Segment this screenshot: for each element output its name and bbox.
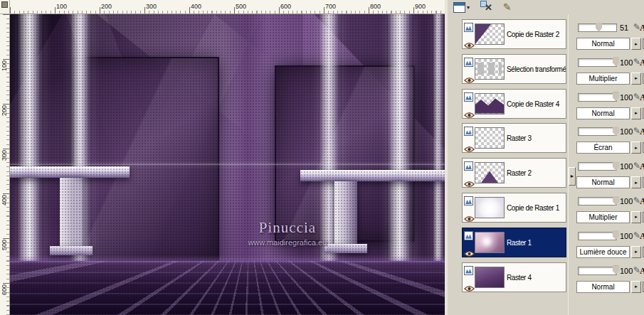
opacity-row: 100✎A — [576, 230, 644, 242]
blend-mode-dropdown[interactable]: Normal — [576, 176, 630, 188]
layer-properties-entry: 100✎ALumière douce► — [576, 230, 644, 262]
layer-visibility-eye-icon[interactable] — [464, 109, 475, 117]
ruler-label-v: 400 — [1, 195, 8, 205]
layer-type-icon — [464, 127, 473, 136]
opacity-slider[interactable] — [578, 23, 617, 32]
opacity-value: 100 — [620, 267, 633, 275]
collapse-panel-button[interactable]: ► — [569, 167, 576, 186]
opacity-value: 100 — [620, 232, 633, 240]
opacity-value: 51 — [620, 23, 628, 32]
edit-layer-icon[interactable]: ✎ — [503, 1, 512, 14]
blend-mode-dropdown[interactable]: Multiplier — [576, 73, 630, 85]
layer-row[interactable]: Raster 4 — [462, 262, 566, 292]
layer-properties-entry: 51✎ANormal► — [576, 22, 644, 53]
layer-palette-icon-glyph: ▾ — [467, 4, 470, 11]
opacity-slider[interactable] — [578, 162, 617, 171]
opacity-row: 100✎A — [576, 126, 644, 137]
layer-visibility-eye-icon[interactable] — [464, 213, 475, 220]
halftone-texture-overlay — [10, 14, 445, 315]
layer-properties-entry: 100✎AMultiplier► — [576, 196, 644, 227]
layer-name-label: Copie de Raster 4 — [507, 90, 559, 119]
layer-row[interactable]: Sélection transformée — [462, 54, 566, 84]
canvas-image[interactable]: Pinuccia www.maidiregrafica.eu — [10, 14, 445, 315]
blend-mode-arrow-button[interactable]: ► — [631, 281, 641, 293]
layer-properties-entry: 100✎AMultiplier► — [576, 57, 644, 88]
layer-row[interactable]: Copie de Raster 2 — [462, 19, 566, 49]
blend-mode-arrow-button[interactable]: ► — [631, 246, 641, 258]
opacity-slider-thumb[interactable] — [613, 92, 619, 102]
layer-name-label: Copie de Raster 1 — [507, 193, 559, 223]
opacity-slider-thumb[interactable] — [613, 161, 619, 171]
opacity-slider-thumb[interactable] — [613, 58, 619, 67]
layer-properties-entry: 100✎ANormal► — [576, 265, 644, 297]
opacity-slider-thumb[interactable] — [613, 266, 619, 275]
lock-transparency-label: A — [640, 266, 644, 277]
opacity-slider[interactable] — [578, 58, 617, 67]
lock-transparency-label: A — [640, 161, 644, 172]
ruler-label-h: 500 — [236, 3, 246, 10]
opacity-slider[interactable] — [578, 93, 617, 102]
layer-thumbnail — [475, 93, 505, 114]
layer-type-icon — [464, 196, 473, 205]
opacity-value: 100 — [620, 58, 633, 67]
opacity-value: 100 — [620, 197, 633, 205]
opacity-slider-thumb[interactable] — [613, 231, 619, 240]
ruler-label-h: 700 — [325, 3, 336, 10]
layer-visibility-eye-icon[interactable] — [464, 178, 475, 186]
layer-name-label: Sélection transformée — [507, 55, 566, 84]
layers-list: Copie de Raster 2Sélection transforméeCo… — [462, 14, 568, 315]
lock-transparency-label: A — [640, 231, 644, 242]
opacity-slider-thumb[interactable] — [613, 127, 619, 136]
layer-palette-icon[interactable]: ▾ — [453, 1, 470, 14]
delete-layer-icon[interactable]: ✕ — [480, 1, 492, 14]
ruler-origin[interactable] — [0, 0, 10, 14]
blend-row: Multiplier► — [576, 211, 644, 223]
ruler-label-h: 800 — [370, 3, 381, 10]
layer-visibility-eye-icon[interactable] — [464, 74, 475, 82]
opacity-slider[interactable] — [578, 127, 617, 136]
lock-transparency-label: A — [640, 23, 644, 33]
ruler-origin-icon — [1, 1, 8, 8]
layer-visibility-eye-icon[interactable] — [464, 39, 475, 47]
blend-mode-dropdown[interactable]: Normal — [576, 38, 630, 50]
blend-mode-arrow-button[interactable]: ► — [631, 142, 641, 154]
layer-row[interactable]: Raster 3 — [462, 123, 566, 153]
opacity-slider[interactable] — [578, 232, 617, 240]
opacity-slider-thumb[interactable] — [596, 23, 602, 32]
layer-type-icon — [464, 92, 473, 102]
ruler-label-h: 600 — [280, 3, 291, 10]
layer-thumbnail — [475, 58, 505, 80]
panel-toolbar: ▾✕✎ — [448, 0, 644, 14]
layer-name-label: Raster 3 — [507, 124, 532, 153]
layer-name-label: Raster 4 — [507, 263, 532, 292]
opacity-slider[interactable] — [578, 267, 617, 275]
opacity-slider-thumb[interactable] — [613, 196, 619, 205]
blend-mode-arrow-button[interactable]: ► — [631, 38, 641, 50]
blend-mode-dropdown[interactable]: Normal — [576, 107, 630, 119]
panel-splitter[interactable]: ► — [568, 14, 576, 315]
layer-properties-entry: 100✎AÉcran► — [576, 126, 644, 157]
layer-visibility-eye-icon[interactable] — [464, 143, 475, 151]
blend-mode-dropdown[interactable]: Écran — [576, 142, 630, 154]
blend-row: Lumière douce► — [576, 246, 644, 258]
lock-transparency-label: A — [640, 196, 644, 207]
opacity-slider[interactable] — [578, 197, 617, 205]
blend-mode-arrow-button[interactable]: ► — [631, 107, 641, 119]
blend-mode-arrow-button[interactable]: ► — [631, 73, 641, 85]
layer-row[interactable]: Raster 2 — [462, 158, 566, 188]
opacity-row: 100✎A — [576, 92, 644, 103]
layer-row[interactable]: Raster 1 — [462, 228, 566, 257]
blend-mode-dropdown[interactable]: Lumière douce — [576, 246, 630, 258]
blend-mode-dropdown[interactable]: Multiplier — [576, 211, 630, 223]
layer-row[interactable]: Copie de Raster 4 — [462, 89, 566, 119]
blend-mode-arrow-button[interactable]: ► — [631, 211, 641, 223]
opacity-row: 100✎A — [576, 161, 644, 172]
layer-visibility-eye-icon[interactable] — [464, 282, 475, 290]
layer-visibility-eye-icon[interactable] — [464, 247, 475, 255]
layer-thumbnail — [475, 127, 505, 149]
blend-row: Normal► — [576, 38, 644, 50]
blend-mode-dropdown[interactable]: Normal — [576, 281, 630, 293]
lock-transparency-label: A — [640, 58, 644, 68]
blend-mode-arrow-button[interactable]: ► — [631, 176, 641, 188]
layer-row[interactable]: Copie de Raster 1 — [462, 193, 566, 223]
